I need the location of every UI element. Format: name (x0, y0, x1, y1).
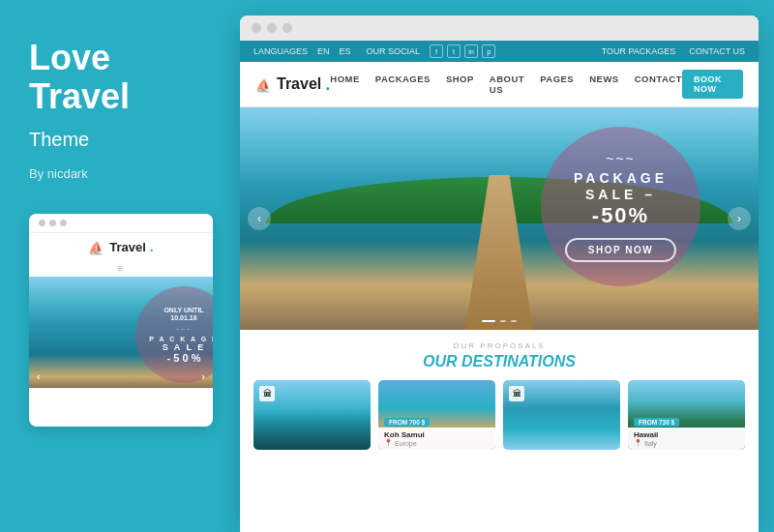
dot-3 (60, 220, 67, 226)
hero-pagination-dots (482, 320, 517, 322)
mobile-arrow-left[interactable]: ‹ (37, 370, 41, 382)
mobile-nav-arrows: ‹ › (29, 370, 213, 382)
logo-text: Travel (277, 75, 321, 93)
dest-card-2-name: Koh Samui (384, 430, 490, 439)
dest-card-1[interactable]: 🏛 (253, 380, 371, 450)
language-label: LANGUAGES (253, 46, 308, 56)
lang-en[interactable]: EN (317, 46, 330, 56)
nav-home[interactable]: HOME (330, 74, 360, 95)
destinations-section-label: OUR PROPOSALS (253, 341, 745, 350)
dest-card-2-price: FROM 700 $ (384, 418, 430, 427)
mobile-logo-icon (88, 239, 105, 254)
theme-author: By nicdark (29, 166, 211, 181)
hero-arrow-right[interactable]: › (728, 207, 751, 230)
dest-card-2-location: 📍 Europe (384, 439, 490, 447)
dest-card-1-icon: 🏛 (259, 386, 275, 401)
mobile-preview: Travel . ≡ ONLY UNTIL 10.01.18 ~~~ P A C… (29, 214, 213, 427)
dest-card-4-info: Hawaii 📍 Italy (628, 428, 745, 450)
book-now-button[interactable]: BOOK NOW (682, 70, 743, 99)
mobile-until-label: ONLY UNTIL 10.01.18 (164, 307, 203, 323)
hero-dot-1[interactable] (482, 320, 495, 322)
dest-card-4-location: 📍 Italy (634, 439, 739, 447)
dest-card-2-info: Koh Samui 📍 Europe (378, 428, 495, 450)
mobile-hero-section: ONLY UNTIL 10.01.18 ~~~ P A C K A G E S … (29, 277, 213, 388)
site-logo: Travel . (255, 74, 330, 95)
nav-packages[interactable]: PACKAGES (375, 74, 431, 95)
hero-pct-label: -50% (592, 203, 649, 228)
nav-about[interactable]: ABOUT US (490, 74, 524, 95)
hero-package-label: PACKAGE SALE – (574, 170, 668, 203)
mobile-promo-circle: ONLY UNTIL 10.01.18 ~~~ P A C K A G E S … (135, 286, 213, 383)
mobile-wave: ~~~ (176, 326, 193, 332)
mobile-dots (39, 220, 67, 226)
nav-news[interactable]: NEWS (589, 74, 619, 95)
destinations-title: OUR DESTINATIONS (253, 353, 745, 370)
nav-pages[interactable]: PAGES (540, 74, 574, 95)
dest-card-4-price: FROM 730 $ (634, 418, 679, 427)
mobile-arrow-right[interactable]: › (201, 370, 205, 382)
hero-arrow-left[interactable]: ‹ (248, 207, 271, 230)
dest-card-3[interactable]: 🏛 (503, 380, 620, 450)
site-top-bar: LANGUAGES EN ES OUR SOCIAL f t in p TOUR… (240, 41, 759, 62)
dot-2 (49, 220, 56, 226)
social-icons-group: f t in p (430, 44, 495, 58)
shop-now-button[interactable]: SHOP NOW (565, 238, 676, 262)
dest-card-4[interactable]: FROM 730 $ Hawaii 📍 Italy (628, 380, 745, 450)
theme-subtitle: Theme (29, 129, 211, 151)
facebook-icon[interactable]: f (430, 44, 443, 58)
hero-dot-3[interactable] (511, 320, 517, 322)
dest-card-2[interactable]: FROM 700 $ Koh Samui 📍 Europe (378, 380, 495, 450)
mobile-logo-dot: . (150, 239, 154, 254)
mobile-sale-label: S A L E (163, 342, 206, 352)
destinations-title-accent: DESTINATIONS (461, 353, 576, 369)
mobile-logo-text: Travel (109, 240, 146, 254)
hero-section: ~~~ PACKAGE SALE – -50% SHOP NOW ‹ › (240, 107, 759, 330)
twitter-icon[interactable]: t (447, 44, 461, 58)
mobile-logo-bar: Travel . (29, 233, 213, 260)
social-label: OUR SOCIAL (367, 46, 421, 56)
nav-contact[interactable]: CONTACT (635, 74, 682, 95)
hero-wave-icon: ~~~ (606, 151, 636, 166)
browser-dot-3 (283, 23, 292, 33)
top-bar-right: TOUR PACKAGES CONTACT US (602, 46, 745, 56)
theme-title: LoveTravel (29, 39, 211, 115)
nav-links: HOME PACKAGES SHOP ABOUT US PAGES NEWS C… (330, 74, 682, 95)
logo-icon (255, 76, 273, 92)
dot-1 (39, 220, 45, 226)
desktop-browser: LANGUAGES EN ES OUR SOCIAL f t in p TOUR… (240, 15, 759, 532)
site-main-nav: Travel . HOME PACKAGES SHOP ABOUT US PAG… (240, 62, 759, 107)
left-panel: LoveTravel Theme By nicdark Travel . ≡ O… (0, 0, 240, 532)
pinterest-icon[interactable]: p (482, 44, 495, 58)
mobile-chrome-bar (29, 214, 213, 233)
lang-es[interactable]: ES (340, 46, 351, 56)
tour-packages-link[interactable]: TOUR PACKAGES (602, 46, 676, 56)
browser-dot-2 (267, 23, 277, 33)
linkedin-icon[interactable]: in (464, 44, 478, 58)
top-bar-left: LANGUAGES EN ES OUR SOCIAL f t in p (253, 44, 495, 58)
destination-cards: 🏛 FROM 700 $ Koh Samui 📍 Europe 🏛 (253, 380, 745, 450)
contact-us-link[interactable]: CONTACT US (689, 46, 745, 56)
mobile-pct-label: - 5 0 % (167, 352, 201, 364)
dest-card-3-icon: 🏛 (509, 386, 524, 401)
dest-card-4-name: Hawaii (634, 430, 739, 439)
mobile-package-label: P A C K A G E (149, 336, 213, 342)
browser-chrome (240, 15, 759, 41)
browser-dot-1 (252, 23, 261, 33)
nav-shop[interactable]: SHOP (446, 74, 474, 95)
hero-dot-2[interactable] (500, 320, 506, 322)
hero-promo-circle: ~~~ PACKAGE SALE – -50% SHOP NOW (541, 127, 700, 286)
mobile-hamburger-icon: ≡ (29, 260, 213, 277)
destinations-section: OUR PROPOSALS OUR DESTINATIONS 🏛 FROM 70… (240, 330, 759, 458)
